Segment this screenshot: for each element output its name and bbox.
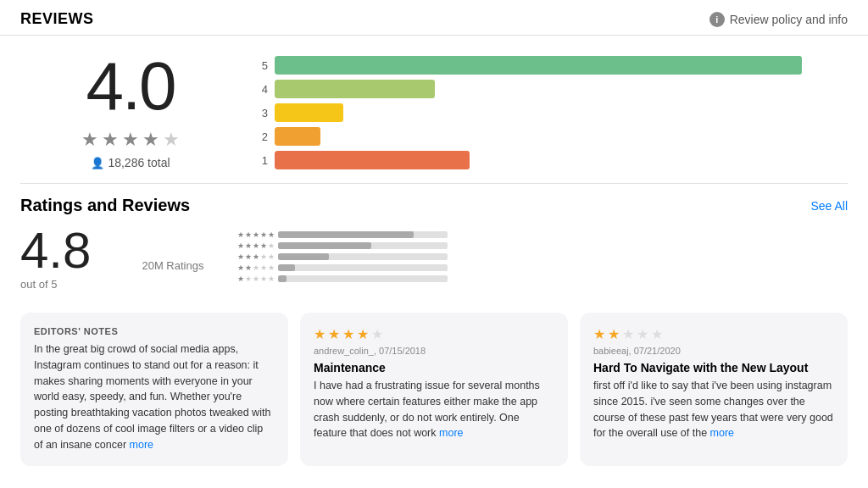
mini-star: ★ xyxy=(245,252,252,261)
mini-stars: ★★★★★ xyxy=(237,241,275,250)
bar-row: 5 xyxy=(258,56,848,75)
bar-row: 3 xyxy=(258,103,848,122)
mini-star: ★ xyxy=(260,274,267,283)
mini-star: ★ xyxy=(260,263,267,272)
review-star: ★ xyxy=(622,326,634,342)
bar-fill xyxy=(275,56,802,75)
mini-star: ★ xyxy=(268,230,275,239)
review-meta: andrew_colin_, 07/15/2018 xyxy=(314,346,554,356)
ratings-reviews-section: Ratings and Reviews See All 4.8 out of 5… xyxy=(0,184,868,313)
mini-star: ★ xyxy=(245,241,252,250)
mini-track xyxy=(278,242,448,249)
page-title: REVIEWS xyxy=(20,10,94,28)
large-score-number: 4.8 xyxy=(20,225,91,276)
mini-star: ★ xyxy=(245,274,252,283)
review-star: ★ xyxy=(637,326,648,342)
mini-fill xyxy=(278,242,371,249)
ratings-reviews-header: Ratings and Reviews See All xyxy=(20,196,848,215)
bar-row: 1 xyxy=(258,151,848,169)
mini-star: ★ xyxy=(260,230,267,239)
mini-fill xyxy=(278,253,329,260)
bar-fill xyxy=(275,151,470,169)
bar-label: 2 xyxy=(258,130,268,143)
review-title: Maintenance xyxy=(314,361,554,374)
mini-star: ★ xyxy=(245,230,252,239)
mini-star: ★ xyxy=(253,241,259,250)
mini-star: ★ xyxy=(268,274,275,283)
review-meta: babieeaj, 07/21/2020 xyxy=(593,346,834,356)
more-link[interactable]: more xyxy=(710,427,734,439)
review-title: Hard To Navigate with the New Layout xyxy=(593,361,834,374)
mini-star: ★ xyxy=(268,263,275,272)
mini-bar-row: ★★★★★ xyxy=(237,230,848,239)
review-stars: ★★★★★ xyxy=(314,326,554,342)
star-4: ★ xyxy=(142,129,159,151)
mini-stars: ★★★★★ xyxy=(237,263,275,272)
mini-track xyxy=(278,275,448,282)
mini-bar-row: ★★★★★ xyxy=(237,263,848,272)
person-icon: 👤 xyxy=(91,157,104,169)
review-card: Editors' Notes In the great big crowd of… xyxy=(20,313,288,466)
info-icon: i xyxy=(709,12,725,27)
bar-row: 4 xyxy=(258,80,848,98)
page-header: REVIEWS i Review policy and info xyxy=(0,0,868,36)
mini-fill xyxy=(278,264,295,271)
overall-rating-left: 4.0 ★ ★ ★ ★ ★ 👤 18,286 total xyxy=(20,53,241,169)
mini-bars: ★★★★★ ★★★★★ ★★★★★ ★★★★★ ★★★★★ xyxy=(237,230,848,283)
card-body-text: In the great big crowd of social media a… xyxy=(34,341,275,452)
review-star: ★ xyxy=(371,326,383,342)
cards-row: Editors' Notes In the great big crowd of… xyxy=(0,313,868,466)
mini-stars: ★★★★★ xyxy=(237,230,275,239)
bar-track xyxy=(275,103,848,122)
mini-bar-row: ★★★★★ xyxy=(237,274,848,283)
rating-bar-chart: 5 4 3 2 1 xyxy=(258,53,848,169)
mini-star: ★ xyxy=(237,252,244,261)
review-policy-link[interactable]: i Review policy and info xyxy=(709,12,848,27)
bar-row: 2 xyxy=(258,127,848,146)
star-3: ★ xyxy=(122,129,139,151)
review-star: ★ xyxy=(314,326,326,342)
mini-star: ★ xyxy=(237,263,244,272)
overall-score: 4.0 xyxy=(86,53,175,120)
mini-star: ★ xyxy=(260,252,267,261)
mini-star: ★ xyxy=(253,230,259,239)
ratings-reviews-title: Ratings and Reviews xyxy=(20,196,190,215)
bar-track xyxy=(275,80,848,98)
bar-track xyxy=(275,151,848,169)
mini-stars: ★★★★★ xyxy=(237,252,275,261)
bar-fill xyxy=(275,80,435,98)
mini-star: ★ xyxy=(245,263,252,272)
bar-track xyxy=(275,56,848,75)
review-star: ★ xyxy=(357,326,369,342)
more-link[interactable]: more xyxy=(130,439,153,451)
star-5: ★ xyxy=(163,129,180,151)
mini-track xyxy=(278,264,448,271)
mini-fill xyxy=(278,275,287,282)
mini-star: ★ xyxy=(237,241,244,250)
mini-star: ★ xyxy=(268,241,275,250)
review-star: ★ xyxy=(608,326,620,342)
mini-star: ★ xyxy=(237,274,244,283)
review-policy-label: Review policy and info xyxy=(730,13,848,26)
review-card: ★★★★★ babieeaj, 07/21/2020 Hard To Navig… xyxy=(580,313,848,466)
star-1: ★ xyxy=(81,129,98,151)
review-star: ★ xyxy=(593,326,605,342)
more-link[interactable]: more xyxy=(439,427,463,439)
mini-star: ★ xyxy=(260,241,267,250)
review-text: first off i'd like to say that i've been… xyxy=(593,378,834,441)
mini-star: ★ xyxy=(237,230,244,239)
review-star: ★ xyxy=(651,326,663,342)
mini-bar-row: ★★★★★ xyxy=(237,252,848,261)
out-of-label: out of 5 xyxy=(20,278,57,291)
star-2: ★ xyxy=(102,129,119,151)
bar-label: 3 xyxy=(258,107,268,119)
bar-track xyxy=(275,127,848,146)
review-text: I have had a frustrating issue for sever… xyxy=(314,378,554,441)
mini-stars: ★★★★★ xyxy=(237,274,275,283)
review-star: ★ xyxy=(328,326,340,342)
mini-track xyxy=(278,253,448,260)
mini-star: ★ xyxy=(253,252,259,261)
see-all-link[interactable]: See All xyxy=(810,199,848,213)
card-tag: Editors' Notes xyxy=(34,326,275,336)
mini-star: ★ xyxy=(253,274,259,283)
